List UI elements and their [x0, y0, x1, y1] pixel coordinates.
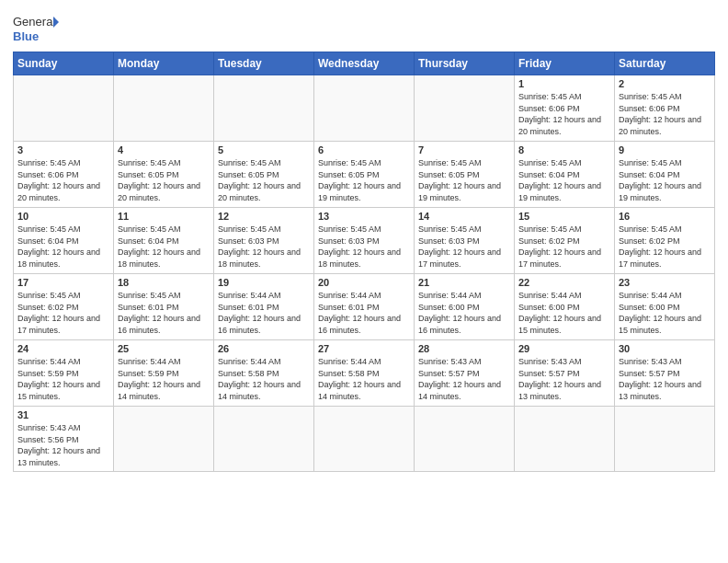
calendar-cell: [14, 75, 114, 142]
calendar-cell: 1Sunrise: 5:45 AM Sunset: 6:06 PM Daylig…: [515, 75, 615, 142]
calendar-cell: 16Sunrise: 5:45 AM Sunset: 6:02 PM Dayli…: [615, 208, 715, 274]
day-number: 19: [218, 277, 310, 288]
calendar-cell: 3Sunrise: 5:45 AM Sunset: 6:06 PM Daylig…: [14, 142, 114, 208]
calendar-cell: 29Sunrise: 5:43 AM Sunset: 5:57 PM Dayli…: [515, 340, 615, 407]
day-number: 17: [17, 277, 109, 288]
day-info: Sunrise: 5:43 AM Sunset: 5:56 PM Dayligh…: [17, 422, 109, 468]
svg-text:Blue: Blue: [13, 29, 39, 43]
day-info: Sunrise: 5:44 AM Sunset: 6:01 PM Dayligh…: [318, 290, 410, 336]
calendar-cell: [314, 407, 415, 472]
day-number: 30: [619, 343, 711, 354]
calendar-cell: 30Sunrise: 5:43 AM Sunset: 5:57 PM Dayli…: [615, 340, 715, 407]
day-info: Sunrise: 5:45 AM Sunset: 6:03 PM Dayligh…: [218, 224, 310, 270]
day-number: 10: [17, 211, 109, 222]
calendar-cell: 7Sunrise: 5:45 AM Sunset: 6:05 PM Daylig…: [415, 142, 515, 208]
weekday-header-friday: Friday: [515, 52, 615, 75]
weekday-header-row: SundayMondayTuesdayWednesdayThursdayFrid…: [14, 52, 715, 75]
day-info: Sunrise: 5:45 AM Sunset: 6:01 PM Dayligh…: [118, 290, 210, 336]
day-number: 13: [318, 211, 410, 222]
calendar-cell: 10Sunrise: 5:45 AM Sunset: 6:04 PM Dayli…: [14, 208, 114, 274]
calendar-cell: 5Sunrise: 5:45 AM Sunset: 6:05 PM Daylig…: [214, 142, 314, 208]
day-info: Sunrise: 5:43 AM Sunset: 5:57 PM Dayligh…: [418, 356, 510, 402]
day-number: 14: [418, 211, 510, 222]
calendar-cell: 25Sunrise: 5:44 AM Sunset: 5:59 PM Dayli…: [114, 340, 214, 407]
calendar-cell: [114, 407, 214, 472]
calendar-cell: [415, 75, 515, 142]
day-info: Sunrise: 5:45 AM Sunset: 6:05 PM Dayligh…: [418, 157, 510, 203]
day-number: 8: [518, 144, 610, 155]
calendar-cell: 6Sunrise: 5:45 AM Sunset: 6:05 PM Daylig…: [314, 142, 415, 208]
week-row-2: 3Sunrise: 5:45 AM Sunset: 6:06 PM Daylig…: [14, 142, 715, 208]
calendar-table: SundayMondayTuesdayWednesdayThursdayFrid…: [13, 52, 715, 472]
calendar-cell: 31Sunrise: 5:43 AM Sunset: 5:56 PM Dayli…: [14, 407, 114, 472]
svg-text:General: General: [13, 15, 55, 29]
day-number: 21: [418, 277, 510, 288]
weekday-header-saturday: Saturday: [615, 52, 715, 75]
calendar-cell: [214, 75, 314, 142]
header: General Blue: [13, 9, 715, 46]
calendar-cell: 19Sunrise: 5:44 AM Sunset: 6:01 PM Dayli…: [214, 274, 314, 340]
calendar-cell: [415, 407, 515, 472]
day-info: Sunrise: 5:44 AM Sunset: 5:58 PM Dayligh…: [218, 356, 310, 402]
day-info: Sunrise: 5:45 AM Sunset: 6:03 PM Dayligh…: [318, 224, 410, 270]
day-info: Sunrise: 5:43 AM Sunset: 5:57 PM Dayligh…: [619, 356, 711, 402]
day-number: 15: [518, 211, 610, 222]
week-row-4: 17Sunrise: 5:45 AM Sunset: 6:02 PM Dayli…: [14, 274, 715, 340]
generalblue-logo-icon: General Blue: [13, 9, 59, 46]
day-info: Sunrise: 5:45 AM Sunset: 6:02 PM Dayligh…: [619, 224, 711, 270]
day-number: 31: [17, 409, 109, 420]
calendar-cell: 18Sunrise: 5:45 AM Sunset: 6:01 PM Dayli…: [114, 274, 214, 340]
day-number: 1: [518, 78, 610, 89]
calendar-cell: [114, 75, 214, 142]
week-row-6: 31Sunrise: 5:43 AM Sunset: 5:56 PM Dayli…: [14, 407, 715, 472]
calendar-cell: [214, 407, 314, 472]
day-info: Sunrise: 5:45 AM Sunset: 6:02 PM Dayligh…: [518, 224, 610, 270]
weekday-header-wednesday: Wednesday: [314, 52, 415, 75]
day-info: Sunrise: 5:44 AM Sunset: 6:00 PM Dayligh…: [518, 290, 610, 336]
day-number: 28: [418, 343, 510, 354]
calendar-cell: 9Sunrise: 5:45 AM Sunset: 6:04 PM Daylig…: [615, 142, 715, 208]
svg-marker-2: [53, 17, 59, 28]
day-info: Sunrise: 5:43 AM Sunset: 5:57 PM Dayligh…: [518, 356, 610, 402]
day-info: Sunrise: 5:45 AM Sunset: 6:05 PM Dayligh…: [218, 157, 310, 203]
day-info: Sunrise: 5:45 AM Sunset: 6:04 PM Dayligh…: [118, 224, 210, 270]
calendar-cell: 24Sunrise: 5:44 AM Sunset: 5:59 PM Dayli…: [14, 340, 114, 407]
calendar-cell: 26Sunrise: 5:44 AM Sunset: 5:58 PM Dayli…: [214, 340, 314, 407]
day-number: 2: [619, 78, 711, 89]
day-number: 23: [619, 277, 711, 288]
calendar-cell: [314, 75, 415, 142]
day-info: Sunrise: 5:44 AM Sunset: 5:59 PM Dayligh…: [118, 356, 210, 402]
calendar-cell: 27Sunrise: 5:44 AM Sunset: 5:58 PM Dayli…: [314, 340, 415, 407]
day-number: 25: [118, 343, 210, 354]
day-number: 5: [218, 144, 310, 155]
day-info: Sunrise: 5:45 AM Sunset: 6:06 PM Dayligh…: [518, 91, 610, 137]
calendar-cell: 20Sunrise: 5:44 AM Sunset: 6:01 PM Dayli…: [314, 274, 415, 340]
weekday-header-sunday: Sunday: [14, 52, 114, 75]
weekday-header-monday: Monday: [114, 52, 214, 75]
calendar-cell: 2Sunrise: 5:45 AM Sunset: 6:06 PM Daylig…: [615, 75, 715, 142]
day-number: 3: [17, 144, 109, 155]
day-number: 16: [619, 211, 711, 222]
day-info: Sunrise: 5:45 AM Sunset: 6:04 PM Dayligh…: [17, 224, 109, 270]
day-info: Sunrise: 5:44 AM Sunset: 6:00 PM Dayligh…: [418, 290, 510, 336]
logo: General Blue: [13, 9, 59, 46]
calendar-cell: 13Sunrise: 5:45 AM Sunset: 6:03 PM Dayli…: [314, 208, 415, 274]
week-row-3: 10Sunrise: 5:45 AM Sunset: 6:04 PM Dayli…: [14, 208, 715, 274]
day-info: Sunrise: 5:45 AM Sunset: 6:05 PM Dayligh…: [118, 157, 210, 203]
calendar-cell: 14Sunrise: 5:45 AM Sunset: 6:03 PM Dayli…: [415, 208, 515, 274]
day-info: Sunrise: 5:44 AM Sunset: 6:00 PM Dayligh…: [619, 290, 711, 336]
day-number: 24: [17, 343, 109, 354]
day-info: Sunrise: 5:45 AM Sunset: 6:05 PM Dayligh…: [318, 157, 410, 203]
day-info: Sunrise: 5:45 AM Sunset: 6:06 PM Dayligh…: [619, 91, 711, 137]
day-number: 26: [218, 343, 310, 354]
day-number: 22: [518, 277, 610, 288]
calendar-cell: [615, 407, 715, 472]
day-number: 6: [318, 144, 410, 155]
day-number: 27: [318, 343, 410, 354]
day-info: Sunrise: 5:45 AM Sunset: 6:06 PM Dayligh…: [17, 157, 109, 203]
calendar-cell: 11Sunrise: 5:45 AM Sunset: 6:04 PM Dayli…: [114, 208, 214, 274]
day-number: 18: [118, 277, 210, 288]
week-row-1: 1Sunrise: 5:45 AM Sunset: 6:06 PM Daylig…: [14, 75, 715, 142]
calendar-cell: 4Sunrise: 5:45 AM Sunset: 6:05 PM Daylig…: [114, 142, 214, 208]
day-number: 7: [418, 144, 510, 155]
